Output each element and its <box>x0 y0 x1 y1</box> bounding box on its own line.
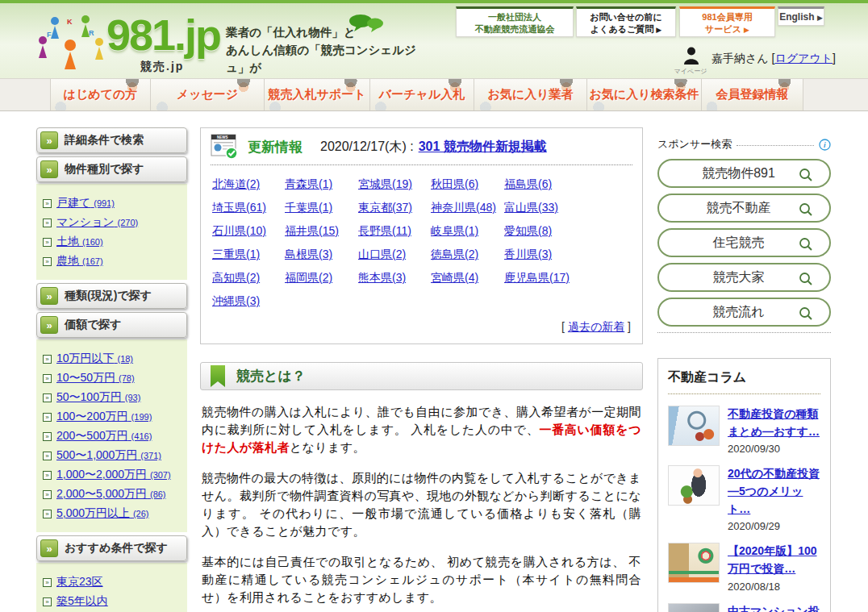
sponsor-search-pill[interactable]: 競売物件891 <box>657 159 831 188</box>
left-sidebar: 詳細条件で検索 物件種別で探す 戸建て (991) マンション (270) 土地… <box>36 127 187 612</box>
sidebar-item[interactable]: 500〜1,000万円 (371) <box>43 448 184 463</box>
prefecture-link[interactable]: 高知県(2) <box>212 271 285 285</box>
prefecture-link[interactable]: 島根県(3) <box>285 248 358 262</box>
nav-tab-label: お気に入り業者 <box>487 87 573 102</box>
nav-tab[interactable]: 会員登録情報 <box>701 79 803 110</box>
sponsor-search-pill[interactable]: 競売流れ <box>657 298 831 327</box>
info-icon[interactable]: i <box>819 139 831 151</box>
sidebar-item[interactable]: 10〜50万円 (78) <box>43 371 184 385</box>
past-updates-link[interactable]: 過去の新着 <box>568 320 624 333</box>
prefecture-link[interactable]: 鹿児島県(17) <box>504 271 631 285</box>
sidebar-item[interactable]: 農地 (167) <box>43 254 184 269</box>
main-content: NEWS 更新情報 2020/12/17(木) : 301 競売物件新規掲載 北… <box>200 127 643 612</box>
sidebar-item[interactable]: マンション (270) <box>43 215 184 230</box>
arrow-box-icon <box>43 510 52 518</box>
prefecture-link[interactable]: 北海道(2) <box>212 177 285 192</box>
nav-tab-label: バーチャル入札 <box>379 87 465 102</box>
arrow-box-icon <box>43 238 52 247</box>
prefecture-link[interactable]: 徳島県(2) <box>431 248 504 262</box>
prefecture-link[interactable]: 沖縄県(3) <box>212 294 285 309</box>
article-title-link[interactable]: 20代の不動産投資―5つのメリット… <box>728 465 820 518</box>
article-thumbnail[interactable] <box>668 406 720 446</box>
member-service-button[interactable]: 981会員専用 サービス ▶ <box>679 6 775 37</box>
prefecture-link[interactable]: 青森県(1) <box>285 177 358 192</box>
sidebar-item[interactable]: 1,000〜2,000万円 (307) <box>43 468 184 482</box>
prefecture-link[interactable]: 山口県(2) <box>358 248 431 262</box>
prefecture-link[interactable]: 三重県(1) <box>212 248 285 262</box>
prefecture-link[interactable]: 千葉県(1) <box>285 201 358 215</box>
sidebar-item[interactable]: 土地 (160) <box>43 235 184 249</box>
prefecture-link[interactable]: 福島県(6) <box>504 177 631 192</box>
prefecture-link[interactable]: 宮城県(19) <box>358 177 431 192</box>
sidebar-button-by-type[interactable]: 物件種別で探す <box>36 156 187 182</box>
prefecture-link[interactable]: 福井県(15) <box>285 224 358 239</box>
tagline-line2: あんしん信頼の「競売コンシェルジュ」が <box>226 42 428 77</box>
nav-tab[interactable]: 競売入札サポート <box>264 79 369 110</box>
article-title-link[interactable]: 不動産投資の種類まとめ―おすす… <box>728 406 820 440</box>
sponsor-search-pill[interactable]: 競売大家 <box>657 263 831 292</box>
nav-tab[interactable]: はじめての方 <box>50 79 150 110</box>
article-date: 2020/08/18 <box>728 581 820 593</box>
prefecture-link[interactable]: 宮崎県(4) <box>431 271 504 285</box>
article-title-link[interactable]: 中古マンション投資の相場やメリ… <box>728 603 820 612</box>
sidebar-button-by-recommend[interactable]: おすすめ条件で探す <box>36 535 187 561</box>
svg-text:R: R <box>89 29 94 37</box>
new-listings-link[interactable]: 301 競売物件新規掲載 <box>419 139 547 156</box>
nav-tab[interactable]: お気に入り検索条件 <box>586 79 701 110</box>
association-button[interactable]: 一般社団法人 不動産競売流通協会 <box>456 6 574 37</box>
prefecture-link[interactable]: 埼玉県(61) <box>212 201 285 215</box>
sponsor-search-pill[interactable]: 住宅競売 <box>657 228 831 257</box>
prefecture-link[interactable]: 福岡県(2) <box>285 271 358 285</box>
sidebar-item-label: 200〜500万円 <box>56 429 128 442</box>
nav-tab[interactable]: お気に入り業者 <box>474 79 586 110</box>
sidebar-item[interactable]: 2,000〜5,000万円 (86) <box>43 487 184 502</box>
sidebar-button-by-price[interactable]: 価額で探す <box>36 312 187 338</box>
site-logo[interactable]: 981.jp <box>106 13 220 56</box>
prefecture-link[interactable]: 長野県(11) <box>358 224 431 239</box>
sidebar-item[interactable]: 築5年以内 <box>43 594 184 609</box>
article-thumbnail[interactable] <box>668 603 720 612</box>
sidebar-item[interactable]: 50〜100万円 (93) <box>43 390 184 405</box>
column-title: 不動産コラム <box>668 369 820 394</box>
real-estate-column-box: 不動産コラム 不動産投資の種類まとめ―おすす… 2020/09/30 20代の不… <box>657 358 831 612</box>
prefecture-link[interactable]: 富山県(33) <box>504 201 631 215</box>
prefecture-link[interactable]: 石川県(10) <box>212 224 285 239</box>
sidebar-item[interactable]: 100〜200万円 (199) <box>43 410 184 424</box>
article-thumbnail[interactable] <box>668 543 720 583</box>
prefecture-link[interactable]: 神奈川県(48) <box>431 201 504 215</box>
article-title-link[interactable]: 【2020年版】100万円で投資… <box>728 543 820 577</box>
faq-button[interactable]: お問い合せの前に よくあるご質問 ▶ <box>576 6 676 37</box>
sponsor-search-pill[interactable]: 競売不動産 <box>657 194 831 223</box>
member-line1: 981会員専用 <box>680 11 774 23</box>
sidebar-item[interactable]: 200〜500万円 (416) <box>43 429 184 443</box>
sidebar-item-label: 5,000万円以上 <box>56 506 130 519</box>
prefecture-link[interactable]: 香川県(3) <box>504 248 631 262</box>
sidebar-item[interactable]: 戸建て (991) <box>43 196 184 210</box>
article-thumbnail[interactable] <box>668 465 720 506</box>
prefecture-link[interactable]: 秋田県(6) <box>431 177 504 192</box>
sidebar-item[interactable]: 10万円以下 (18) <box>43 352 184 366</box>
tagline-line1: 業者の「仕入れ物件」と <box>226 24 428 42</box>
sidebar-button-by-status[interactable]: 種類(現況)で探す <box>36 283 187 309</box>
logout-link[interactable]: ログアウト <box>774 52 833 65</box>
nav-tab[interactable]: メッセージ <box>150 79 264 110</box>
prefecture-link[interactable]: 愛知県(8) <box>504 224 631 239</box>
person-icon[interactable] <box>683 47 699 66</box>
sidebar-item-label: マンション <box>56 215 115 228</box>
nav-tab[interactable]: バーチャル入札 <box>369 79 474 110</box>
column-article: 【2020年版】100万円で投資… 2020/08/18 <box>668 543 820 592</box>
arrow-right-icon: ▶ <box>817 14 823 22</box>
arrow-box-icon <box>43 432 52 441</box>
sponsor-keyword-label: 競売物件891 <box>702 165 775 182</box>
prefecture-link[interactable]: 東京都(37) <box>358 201 431 215</box>
sidebar-item[interactable]: 東京23区 <box>43 575 184 589</box>
prefecture-link[interactable]: 岐阜県(1) <box>431 224 504 239</box>
nav-tab-label: お気に入り検索条件 <box>589 87 699 102</box>
sidebar-item-count: (991) <box>94 198 115 208</box>
sidebar-button-detail-search[interactable]: 詳細条件で検索 <box>36 127 187 153</box>
sidebar-item[interactable]: 5,000万円以上 (26) <box>43 506 184 521</box>
site-header: F K R 981.jp 競売.jp 業者の「仕入れ物件」と あんしん信頼の「競… <box>0 0 868 78</box>
english-button[interactable]: English ▶ <box>778 6 824 26</box>
arrow-box-icon <box>43 452 52 460</box>
prefecture-link[interactable]: 熊本県(3) <box>358 271 431 285</box>
